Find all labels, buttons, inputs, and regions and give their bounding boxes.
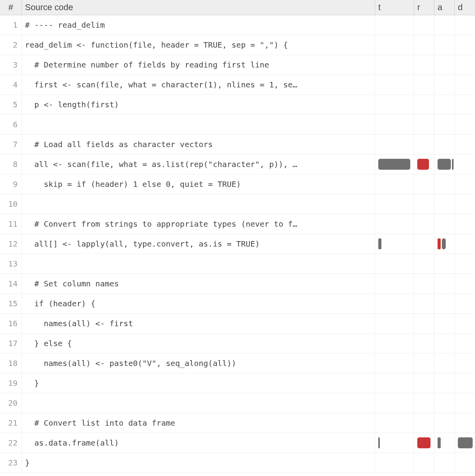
source-row[interactable]: 2read_delim <- function(file, header = T…	[0, 35, 475, 55]
source-row[interactable]: 4 first <- scan(file, what = character(1…	[0, 75, 475, 95]
flame-cell-d	[455, 95, 475, 114]
source-row[interactable]: 12 all[] <- lapply(all, type.convert, as…	[0, 234, 475, 254]
line-number: 4	[0, 75, 22, 94]
flame-cell-t	[375, 174, 414, 194]
flame-cell-t	[375, 274, 414, 293]
source-row[interactable]: 14 # Set column names	[0, 274, 475, 294]
flame-cell-a	[434, 55, 455, 75]
flame-cell-t	[375, 95, 414, 114]
line-number: 12	[0, 234, 22, 254]
flame-cell-r	[414, 194, 434, 214]
source-line: all[] <- lapply(all, type.convert, as.is…	[22, 234, 375, 254]
line-number: 17	[0, 334, 22, 353]
flame-cell-r	[414, 35, 434, 55]
flame-cell-a	[434, 95, 455, 114]
source-row[interactable]: 6	[0, 115, 475, 135]
flame-cell-d	[455, 174, 475, 194]
flame-cell-d	[455, 353, 475, 373]
flame-cell-r	[414, 393, 434, 413]
flame-cell-d	[455, 393, 475, 413]
source-line: first <- scan(file, what = character(1),…	[22, 75, 375, 94]
source-row[interactable]: 13	[0, 254, 475, 274]
source-row[interactable]: 20	[0, 393, 475, 413]
line-number: 9	[0, 174, 22, 194]
flame-cell-r	[414, 135, 434, 154]
flame-cell-a	[434, 353, 455, 373]
flame-cell-a	[434, 274, 455, 293]
flame-cell-t	[375, 373, 414, 393]
flame-cell-r	[414, 294, 434, 313]
flame-cell-d	[455, 294, 475, 313]
flame-cell-t	[375, 254, 414, 274]
source-line	[22, 254, 375, 274]
source-row[interactable]: 23}	[0, 453, 475, 473]
flame-cell-d	[455, 373, 475, 393]
line-number: 20	[0, 393, 22, 413]
flame-cell-d	[455, 15, 475, 35]
source-line: if (header) {	[22, 294, 375, 313]
header-release: r	[414, 0, 434, 15]
source-row[interactable]: 21 # Convert list into data frame	[0, 413, 475, 433]
source-line: # ---- read_delim	[22, 15, 375, 35]
header-dup: d	[455, 0, 475, 15]
source-line	[22, 393, 375, 413]
flame-cell-t	[375, 35, 414, 55]
flame-cell-d	[455, 35, 475, 55]
line-number: 3	[0, 55, 22, 75]
flame-cell-r	[414, 234, 434, 254]
table-body: 1# ---- read_delim2read_delim <- functio…	[0, 15, 475, 473]
source-row[interactable]: 10	[0, 194, 475, 214]
line-number: 19	[0, 373, 22, 393]
flame-cell-d	[455, 254, 475, 274]
flame-cell-a	[434, 75, 455, 94]
source-row[interactable]: 7 # Load all fields as character vectors	[0, 135, 475, 155]
flame-cell-d	[455, 194, 475, 214]
source-row[interactable]: 1# ---- read_delim	[0, 15, 475, 35]
flame-cell-a	[434, 234, 455, 254]
source-row[interactable]: 15 if (header) {	[0, 294, 475, 314]
source-row[interactable]: 3 # Determine number of fields by readin…	[0, 55, 475, 75]
flame-cell-t	[375, 155, 414, 174]
source-line: # Set column names	[22, 274, 375, 293]
flame-cell-d	[455, 433, 475, 453]
flame-cell-t	[375, 234, 414, 254]
flame-cell-t	[375, 15, 414, 35]
flame-cell-d	[455, 214, 475, 234]
source-row[interactable]: 17 } else {	[0, 334, 475, 353]
flame-cell-a	[434, 174, 455, 194]
source-row[interactable]: 11 # Convert from strings to appropriate…	[0, 214, 475, 234]
source-line: # Load all fields as character vectors	[22, 135, 375, 154]
line-number: 21	[0, 413, 22, 433]
source-row[interactable]: 22 as.data.frame(all)	[0, 433, 475, 453]
flame-cell-r	[414, 75, 434, 94]
flame-cell-t	[375, 433, 414, 453]
flame-cell-a	[434, 35, 455, 55]
flame-cell-t	[375, 353, 414, 373]
flame-cell-r	[414, 453, 434, 472]
source-line: # Convert from strings to appropriate ty…	[22, 214, 375, 234]
flame-cell-a	[434, 135, 455, 154]
flame-cell-r	[414, 254, 434, 274]
flame-cell-t	[375, 453, 414, 472]
flame-cell-t	[375, 135, 414, 154]
line-number: 1	[0, 15, 22, 35]
source-row[interactable]: 5 p <- length(first)	[0, 95, 475, 115]
flame-cell-a	[434, 155, 455, 174]
source-row[interactable]: 8 all <- scan(file, what = as.list(rep("…	[0, 155, 475, 174]
source-line	[22, 194, 375, 214]
source-row[interactable]: 19 }	[0, 373, 475, 393]
source-row[interactable]: 9 skip = if (header) 1 else 0, quiet = T…	[0, 174, 475, 194]
flame-cell-d	[455, 75, 475, 94]
flame-cell-r	[414, 155, 434, 174]
line-number: 8	[0, 155, 22, 174]
source-line: read_delim <- function(file, header = TR…	[22, 35, 375, 55]
source-line: p <- length(first)	[22, 95, 375, 114]
source-row[interactable]: 16 names(all) <- first	[0, 314, 475, 334]
source-line: }	[22, 453, 375, 472]
flame-cell-r	[414, 353, 434, 373]
header-time: t	[375, 0, 414, 15]
source-row[interactable]: 18 names(all) <- paste0("V", seq_along(a…	[0, 353, 475, 373]
flame-cell-a	[434, 254, 455, 274]
flame-cell-d	[455, 453, 475, 472]
flame-cell-d	[455, 334, 475, 353]
